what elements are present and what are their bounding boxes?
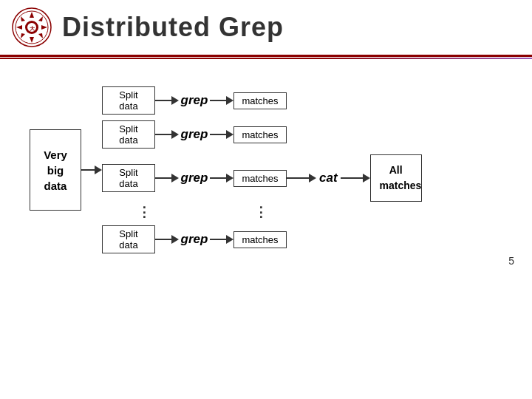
arrow-grep-matches-2: [210, 130, 233, 139]
arrow-split-grep-4: [155, 235, 179, 244]
pipeline-row-3: Split data grep matches cat: [102, 154, 422, 202]
vbd-arrow: [81, 166, 102, 174]
arrow-split-grep-1: [155, 96, 179, 105]
split-box-4: Split data: [102, 225, 155, 253]
grep-label-4: grep: [179, 232, 210, 247]
cat-label: cat: [319, 171, 338, 185]
grep-label-3: grep: [179, 171, 210, 185]
all-matches-box: All matches: [370, 154, 422, 202]
arrow-split-grep-3: [155, 174, 179, 183]
split-dots: ⋮: [137, 205, 152, 219]
arrow-grep-matches-4: [210, 235, 233, 244]
page-number: 5: [508, 255, 514, 267]
arrow-grep-matches-3: [210, 174, 233, 183]
header: 大 Distributed Grep: [0, 0, 532, 57]
arrow-split-grep-2: [155, 130, 179, 139]
arrow-cat-allmatches: [341, 174, 370, 183]
university-logo: 大: [12, 7, 52, 47]
page-title: Distributed Grep: [62, 12, 284, 43]
vbd-box: Very big data: [30, 129, 81, 211]
matches-box-2: matches: [233, 126, 287, 143]
split-box-1: Split data: [102, 86, 155, 115]
grep-label-1: grep: [179, 93, 210, 108]
pipeline-row-2: Split data grep matches: [102, 120, 287, 149]
matches-dots: ⋮: [254, 205, 269, 219]
pipeline-section: Split data grep matches Split data: [102, 86, 422, 253]
pipeline-row-1: Split data grep matches: [102, 86, 287, 115]
pipeline-row-4: Split data grep matches: [102, 225, 287, 253]
grep-label-2: grep: [179, 127, 210, 142]
matches-box-3: matches: [233, 170, 287, 187]
split-box-2: Split data: [102, 120, 155, 149]
svg-text:大: 大: [29, 25, 35, 31]
arrow-matches-cat: [287, 174, 316, 183]
matches-box-1: matches: [233, 92, 287, 109]
matches-box-4: matches: [233, 231, 287, 248]
arrow-grep-matches-1: [210, 96, 233, 105]
main-content: Very big data Split data grep: [0, 57, 532, 276]
split-box-3: Split data: [102, 164, 155, 192]
dots-row: ⋮ ⋮: [102, 202, 288, 222]
diagram-container: Very big data Split data grep: [30, 86, 502, 253]
